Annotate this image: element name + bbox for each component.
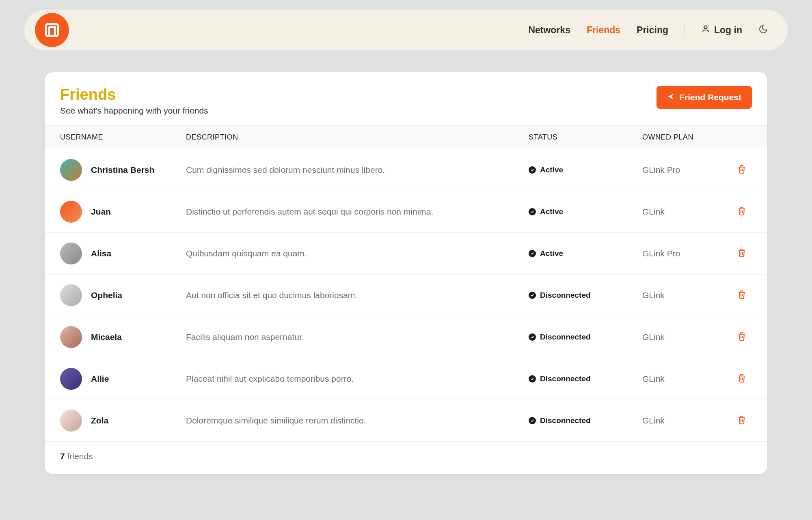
avatar bbox=[60, 159, 82, 181]
svg-rect-0 bbox=[46, 24, 58, 36]
delete-button[interactable] bbox=[737, 373, 747, 385]
plan: GLink Pro bbox=[642, 165, 732, 175]
username: Alisa bbox=[91, 249, 111, 258]
friend-request-label: Friend Request bbox=[679, 92, 741, 102]
friends-card: Friends See what's happening with your f… bbox=[45, 72, 767, 474]
status-text: Active bbox=[540, 249, 563, 258]
footer-label: friends bbox=[67, 451, 93, 461]
username: Micaela bbox=[91, 332, 122, 342]
delete-button[interactable] bbox=[737, 331, 747, 343]
svg-point-1 bbox=[704, 26, 707, 29]
description: Placeat nihil aut explicabo temporibus p… bbox=[186, 374, 529, 384]
username: Zola bbox=[91, 416, 108, 425]
column-header-description: DESCRIPTION bbox=[186, 133, 529, 142]
nav-divider bbox=[685, 23, 685, 37]
delete-button[interactable] bbox=[737, 248, 747, 259]
plan: GLink bbox=[642, 332, 732, 342]
avatar bbox=[60, 243, 82, 264]
status-text: Disconnected bbox=[540, 374, 591, 383]
page-title: Friends bbox=[60, 86, 208, 103]
brand-logo[interactable] bbox=[35, 13, 69, 47]
username: Juan bbox=[91, 207, 111, 217]
column-header-status: STATUS bbox=[529, 133, 642, 142]
description: Doloremque similique similique rerum dis… bbox=[186, 416, 529, 425]
theme-toggle[interactable] bbox=[758, 24, 768, 36]
status-text: Disconnected bbox=[540, 416, 591, 425]
description: Aut non officia sit et quo ducimus labor… bbox=[186, 290, 529, 300]
avatar bbox=[60, 201, 82, 223]
table-footer: 7 friends bbox=[45, 442, 767, 474]
page-subtitle: See what's happening with your friends bbox=[60, 106, 208, 116]
status-text: Active bbox=[540, 165, 563, 174]
delete-button[interactable] bbox=[737, 415, 747, 426]
status-text: Disconnected bbox=[540, 333, 591, 342]
nav-link-networks[interactable]: Networks bbox=[528, 25, 570, 36]
username: Christina Bersh bbox=[91, 165, 154, 175]
description: Distinctio ut perferendis autem aut sequ… bbox=[186, 207, 529, 217]
table-header-row: USERNAME DESCRIPTION STATUS OWNED PLAN bbox=[45, 125, 767, 149]
status-check-icon bbox=[529, 292, 536, 299]
plan: GLink bbox=[642, 416, 732, 425]
status-text: Disconnected bbox=[540, 291, 591, 300]
plan: GLink bbox=[642, 207, 732, 217]
avatar bbox=[60, 326, 82, 348]
status-check-icon bbox=[529, 375, 536, 382]
description: Facilis aliquam non aspernatur. bbox=[186, 332, 529, 342]
plan: GLink Pro bbox=[642, 249, 732, 258]
send-icon bbox=[667, 92, 674, 102]
nav-link-pricing[interactable]: Pricing bbox=[637, 25, 668, 36]
table-row: Alisa Quibusdam quisquam ea quam. Active… bbox=[45, 233, 767, 275]
plan: GLink bbox=[642, 374, 732, 384]
delete-button[interactable] bbox=[737, 206, 747, 217]
description: Quibusdam quisquam ea quam. bbox=[186, 249, 529, 258]
login-label: Log in bbox=[714, 25, 742, 36]
delete-button[interactable] bbox=[737, 290, 747, 301]
table-row: Allie Placeat nihil aut explicabo tempor… bbox=[45, 358, 767, 400]
table-row: Micaela Facilis aliquam non aspernatur. … bbox=[45, 316, 767, 358]
username: Allie bbox=[91, 374, 109, 384]
column-header-username: USERNAME bbox=[60, 133, 186, 142]
description: Cum dignissimos sed dolorum nesciunt min… bbox=[186, 165, 529, 175]
delete-button[interactable] bbox=[737, 164, 747, 176]
table-row: Ophelia Aut non officia sit et quo ducim… bbox=[45, 275, 767, 316]
status-check-icon bbox=[529, 417, 536, 424]
avatar bbox=[60, 368, 82, 390]
status-text: Active bbox=[540, 207, 563, 216]
navbar: Networks Friends Pricing Log in bbox=[24, 10, 788, 50]
avatar bbox=[60, 284, 82, 306]
login-button[interactable]: Log in bbox=[701, 24, 742, 36]
user-icon bbox=[701, 24, 710, 36]
footer-count: 7 bbox=[60, 451, 65, 461]
status-check-icon bbox=[529, 208, 536, 215]
table-row: Juan Distinctio ut perferendis autem aut… bbox=[45, 191, 767, 233]
plan: GLink bbox=[642, 290, 732, 300]
column-header-plan: OWNED PLAN bbox=[642, 133, 732, 142]
nav-link-friends[interactable]: Friends bbox=[587, 25, 620, 36]
table-row: Christina Bersh Cum dignissimos sed dolo… bbox=[45, 149, 767, 191]
status-check-icon bbox=[529, 333, 536, 341]
friend-request-button[interactable]: Friend Request bbox=[657, 86, 752, 109]
status-check-icon bbox=[529, 166, 536, 174]
status-check-icon bbox=[529, 250, 536, 257]
username: Ophelia bbox=[91, 290, 122, 300]
avatar bbox=[60, 410, 82, 432]
table-row: Zola Doloremque similique similique reru… bbox=[45, 400, 767, 442]
